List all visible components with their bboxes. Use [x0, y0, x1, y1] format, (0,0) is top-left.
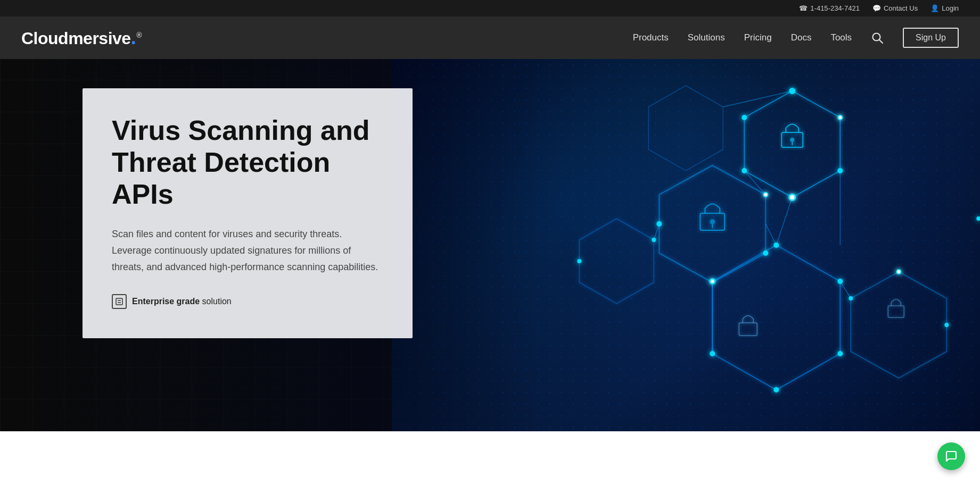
svg-point-12: [710, 219, 715, 224]
svg-point-43: [945, 323, 949, 327]
svg-point-49: [764, 193, 768, 196]
svg-rect-15: [888, 306, 904, 317]
contact-link[interactable]: 💬 Contact Us: [872, 4, 918, 12]
phone-number: 1-415-234-7421: [810, 4, 860, 12]
svg-marker-7: [649, 86, 723, 171]
svg-line-16: [777, 197, 793, 245]
svg-marker-6: [851, 272, 947, 378]
enterprise-icon: [112, 294, 127, 309]
logo[interactable]: Cloudmersive.®: [21, 27, 142, 49]
svg-line-20: [766, 224, 777, 245]
svg-point-36: [838, 279, 843, 284]
svg-point-29: [742, 115, 747, 120]
signup-button[interactable]: Sign Up: [903, 28, 959, 48]
login-link[interactable]: 👤 Login: [930, 4, 959, 12]
svg-rect-14: [739, 323, 757, 336]
svg-point-27: [838, 168, 843, 173]
login-label: Login: [942, 4, 959, 12]
hex-network-svg: [392, 59, 980, 431]
svg-point-38: [774, 387, 779, 392]
svg-line-22: [841, 281, 851, 298]
badge-text: Enterprise grade solution: [132, 297, 232, 306]
hero-section: Virus Scanning and Threat Detection APIs…: [0, 59, 980, 431]
svg-point-44: [849, 296, 853, 300]
svg-point-48: [839, 116, 842, 119]
phone-icon: ☎: [799, 4, 808, 12]
svg-point-39: [710, 351, 715, 356]
nav-docs[interactable]: Docs: [791, 32, 812, 43]
hero-title: Virus Scanning and Threat Detection APIs: [112, 115, 383, 210]
svg-marker-4: [713, 245, 841, 390]
badge-bold: Enterprise grade: [132, 297, 200, 306]
svg-point-41: [652, 238, 656, 242]
svg-line-23: [723, 91, 793, 107]
svg-point-40: [578, 259, 582, 263]
login-icon: 👤: [930, 4, 939, 12]
svg-marker-5: [580, 219, 654, 304]
logo-text: Cloudmersive.®: [21, 27, 142, 49]
contact-icon: 💬: [872, 4, 881, 12]
svg-line-1: [879, 40, 883, 43]
svg-point-32: [763, 250, 769, 256]
nav-pricing[interactable]: Pricing: [744, 32, 772, 43]
main-header: Cloudmersive.® Products Solutions Pricin…: [0, 16, 980, 59]
svg-line-18: [745, 171, 766, 195]
nav-solutions[interactable]: Solutions: [688, 32, 725, 43]
badge-normal: solution: [200, 297, 232, 306]
search-icon[interactable]: [871, 31, 884, 44]
contact-label: Contact Us: [884, 4, 918, 12]
svg-point-30: [742, 168, 747, 173]
nav-products[interactable]: Products: [633, 32, 669, 43]
svg-point-45: [977, 216, 980, 221]
hero-content-box: Virus Scanning and Threat Detection APIs…: [83, 88, 413, 338]
svg-point-46: [790, 195, 795, 199]
nav-tools[interactable]: Tools: [830, 32, 852, 43]
top-bar: ☎ 1-415-234-7421 💬 Contact Us 👤 Login: [0, 0, 980, 16]
svg-point-34: [657, 221, 662, 227]
svg-point-25: [789, 88, 796, 94]
hero-badge: Enterprise grade solution: [112, 294, 383, 309]
svg-point-35: [774, 242, 779, 248]
svg-point-9: [790, 138, 795, 142]
svg-point-37: [838, 351, 843, 356]
hex-overlay: [392, 59, 980, 431]
phone-link[interactable]: ☎ 1-415-234-7421: [799, 4, 860, 12]
svg-point-47: [711, 280, 714, 283]
main-nav: Products Solutions Pricing Docs Tools Si…: [633, 28, 959, 48]
svg-rect-51: [116, 298, 122, 305]
svg-point-50: [897, 270, 901, 273]
hero-subtitle: Scan files and content for viruses and s…: [112, 226, 383, 275]
